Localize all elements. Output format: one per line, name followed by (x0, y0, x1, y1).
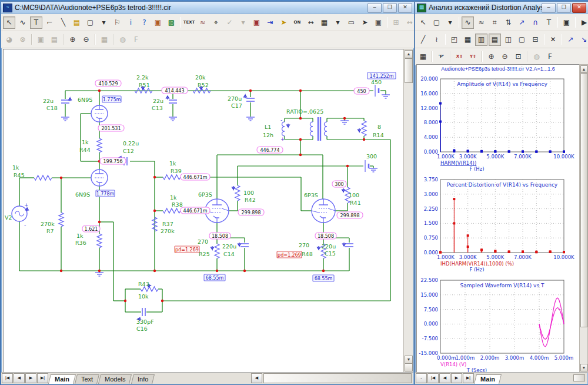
charts-area[interactable]: Audionote+PSE6p3s tetrod-3!!!!!.cir V2.A… (416, 64, 580, 373)
probe-icon[interactable]: ⌖ (210, 16, 222, 29)
legend-expression[interactable]: HARM(V(R14)) (440, 160, 476, 166)
chart-2[interactable]: 0.0000.7501.5002.2503.0003.7501.000K3.00… (417, 172, 578, 271)
check-arrow-icon[interactable]: ▾ (237, 16, 249, 29)
vscroll-thumb[interactable] (580, 73, 587, 327)
inductor[interactable] (282, 122, 285, 136)
run-icon[interactable]: ▶ (578, 16, 588, 29)
vscroll-thumb[interactable] (405, 58, 413, 83)
scroll-down-icon[interactable]: ▼ (405, 356, 413, 364)
legend-expression[interactable]: V(R14) (V) (440, 361, 466, 367)
slope-icon[interactable]: ↗ (516, 16, 528, 29)
properties-icon[interactable]: ▣ (560, 16, 573, 29)
maximize-button[interactable]: ❐ (557, 3, 571, 13)
scroll-corner[interactable] (405, 363, 413, 371)
resistor[interactable] (215, 244, 219, 258)
select-icon[interactable]: ↖ (3, 16, 15, 29)
resistor[interactable] (34, 175, 52, 180)
on-icon[interactable]: ON (291, 16, 303, 29)
tab-main[interactable]: Main (48, 374, 76, 384)
flag-icon[interactable]: ⚐ (111, 16, 123, 29)
tab-main[interactable]: Main (474, 374, 502, 384)
track-icon[interactable]: ∿ (462, 16, 474, 29)
resistor[interactable] (141, 287, 158, 291)
tab-info[interactable]: Info (131, 374, 155, 384)
globe-icon[interactable]: ◍ (116, 34, 129, 46)
cursor-icon[interactable]: ➤ (359, 16, 371, 29)
properties-icon[interactable]: ▣ (372, 16, 385, 29)
hscroll-left-icon[interactable]: ◀ (251, 373, 262, 383)
zoom-box-icon[interactable]: ⊡ (512, 51, 524, 63)
zoom-in-icon[interactable]: ⊕ (485, 51, 497, 63)
globe-icon[interactable]: ◍ (530, 51, 543, 63)
rows-icon[interactable]: ▤ (489, 34, 501, 46)
box-icon[interactable]: ⊞ (390, 16, 402, 29)
line-icon[interactable]: ╱ (417, 34, 429, 46)
text-badge-icon[interactable]: TEXT (183, 16, 195, 29)
bus-icon[interactable]: ▤ (71, 16, 83, 29)
cursor-right-icon[interactable]: ↘ (578, 34, 588, 46)
maximize-button[interactable]: ❐ (383, 3, 397, 13)
zoom-in-icon[interactable]: ⊕ (66, 34, 79, 46)
info-icon[interactable]: i (125, 16, 137, 29)
resistor[interactable] (163, 175, 181, 180)
analysis-icon[interactable]: ≈ (196, 16, 209, 29)
align-icon[interactable]: ≈ (475, 16, 487, 29)
tab-nav-prev[interactable]: ◀ (439, 373, 450, 383)
f-icon[interactable]: F (130, 34, 142, 46)
minimize-button[interactable]: – (542, 3, 556, 13)
tab-nav-prev[interactable]: ◀ (14, 373, 25, 383)
window-icon[interactable]: ▭ (345, 16, 358, 29)
line-icon[interactable]: ╲ (57, 16, 69, 29)
legend-expression[interactable]: IHD(HARM(V(R14)),1000) (%) (440, 261, 514, 267)
graph-icon[interactable]: ∿ (16, 16, 29, 29)
target-icon[interactable]: ➤ (278, 16, 290, 29)
inductor[interactable] (310, 122, 313, 136)
select-icon[interactable]: ↖ (417, 16, 429, 29)
resistor[interactable] (59, 213, 64, 227)
panel-icon[interactable]: ◰ (448, 34, 460, 46)
tab-nav-next[interactable]: ▶ (25, 373, 36, 383)
pan-icon[interactable]: ↔ (403, 16, 416, 29)
single-icon[interactable]: ▢ (516, 34, 528, 46)
resistor[interactable] (362, 121, 366, 136)
box-tool-icon[interactable]: ▦ (98, 34, 111, 46)
tab-nav-last[interactable]: ▶| (463, 373, 474, 383)
grid-arrow-icon[interactable]: ▾ (332, 16, 344, 29)
ruler-icon[interactable]: ↔ (305, 16, 317, 29)
check-icon[interactable]: ✓ (223, 16, 236, 29)
peak-icon[interactable]: ∩ (529, 16, 542, 29)
error-icon[interactable]: ◕ (3, 34, 15, 46)
text-icon[interactable]: T (30, 16, 42, 29)
resistor[interactable] (97, 234, 102, 248)
inductor[interactable] (325, 122, 328, 136)
tab-nav-first[interactable]: |◀ (427, 373, 439, 383)
schematic-window-titlebar[interactable]: ~ C:\MC9\DATA\Audionote+PSE6p3s tetrod-3… (1, 2, 414, 14)
grid-panels-icon[interactable]: ▦ (462, 34, 474, 46)
tab-nav-last[interactable]: ▶| (37, 373, 48, 383)
grid-icon[interactable]: ▦ (318, 16, 330, 29)
x-axis-icon[interactable]: X↕ (453, 51, 466, 63)
tab-nav-next[interactable]: ▶ (451, 373, 462, 383)
tag-icon[interactable]: ⇅ (502, 16, 514, 29)
swatch-icon[interactable]: ▩ (165, 16, 178, 29)
schematic-canvas[interactable]: +-+-22uC186N9S2.2kR5120kR5222uC13270uC17… (3, 49, 404, 373)
resistor[interactable] (235, 185, 240, 201)
zoom-out-icon[interactable]: ⊖ (499, 51, 511, 63)
data-points-icon[interactable]: ▦ (417, 51, 429, 63)
tab-nav-minus[interactable]: - (416, 373, 427, 383)
p-key-icon[interactable]: 'P' (435, 51, 447, 63)
zoom-out-icon[interactable]: ⊖ (80, 34, 92, 46)
f-icon[interactable]: F (544, 51, 556, 63)
number-icon[interactable]: ▣ (250, 16, 263, 29)
wire-icon[interactable]: ⌐ (44, 16, 56, 29)
charts-vscrollbar[interactable]: ▲ ▼ (579, 64, 588, 373)
chart-3[interactable]: -15.000-7.5000.0007.50015.00022.5000.000… (417, 273, 578, 372)
copy-page-icon[interactable]: ▣ (35, 34, 47, 46)
tab-nav-first[interactable]: |◀ (2, 373, 13, 383)
resistor[interactable] (97, 138, 102, 152)
resistor[interactable] (163, 208, 181, 213)
hscroll-thumb[interactable] (573, 374, 585, 381)
close-button[interactable]: ✕ (572, 3, 586, 13)
y-axis-icon[interactable]: Y↕ (467, 51, 479, 63)
cursor-left-icon[interactable]: ↗ (564, 34, 577, 46)
